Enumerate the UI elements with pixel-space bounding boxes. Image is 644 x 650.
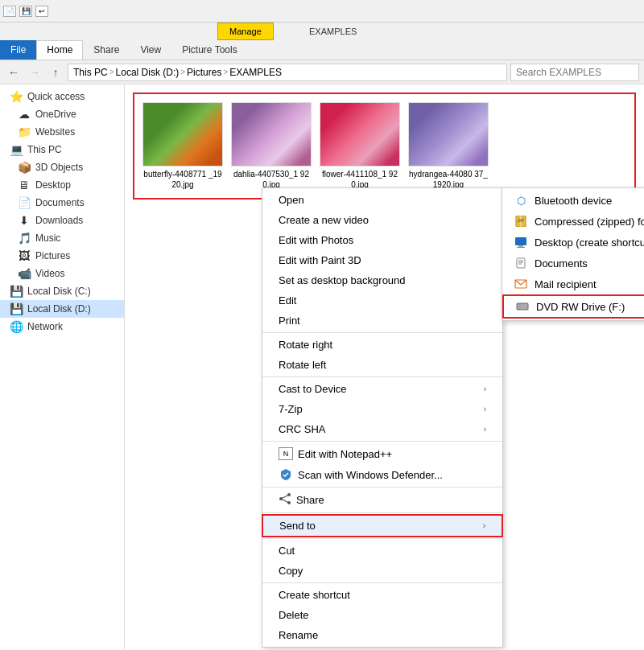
music-icon: 🎵 (18, 232, 31, 245)
sidebar-item-3d-objects[interactable]: 📦 3D Objects (0, 158, 124, 176)
ctx-copy[interactable]: Copy (262, 561, 502, 581)
sidebar-label-websites: Websites (35, 126, 75, 138)
search-input[interactable] (510, 64, 639, 81)
ctx-edit-paint3d[interactable]: Edit with Paint 3D (262, 250, 502, 270)
tab-home[interactable]: Home (36, 40, 83, 60)
sidebar-item-this-pc[interactable]: 💻 This PC (0, 141, 124, 158)
quick-access-icon: ⭐ (10, 90, 23, 103)
svg-rect-11 (517, 258, 525, 268)
ctx-create-video[interactable]: Create a new video (262, 210, 502, 230)
ctx-rename[interactable]: Rename (262, 625, 502, 645)
this-pc-icon: 💻 (10, 143, 23, 156)
sidebar-label-desktop: Desktop (35, 179, 71, 191)
breadcrumb-pictures: Pictures (187, 67, 221, 78)
sidebar-item-music[interactable]: 🎵 Music (0, 229, 124, 247)
ctx-arrow-sendto: › (483, 521, 485, 530)
ctx-send-to[interactable]: Send to› (262, 515, 502, 537)
undo-icon: ↩ (35, 6, 48, 17)
sub-documents[interactable]: Documents (502, 253, 644, 274)
sidebar-label-videos: Videos (35, 268, 64, 279)
sidebar-label-local-disk-c: Local Disk (C:) (27, 286, 91, 297)
sep2: > (180, 68, 185, 76)
sep3: > (223, 68, 228, 76)
manage-tools-label: Manage (217, 23, 274, 40)
sub-desktop[interactable]: Desktop (create shortcut) (502, 232, 644, 253)
mail-icon (514, 278, 528, 290)
sidebar-item-documents[interactable]: 📄 Documents (0, 194, 124, 212)
ctx-crc-sha[interactable]: CRC SHA› (262, 419, 502, 439)
file-flower[interactable]: flower-4411108_1 920.jpg (320, 102, 400, 190)
ctx-share[interactable]: Share (262, 489, 502, 511)
sidebar-item-quick-access[interactable]: ⭐ Quick access (0, 88, 124, 105)
file-dahlia[interactable]: dahlia-4407530_1 920.jpg (231, 102, 312, 190)
sidebar-label-local-disk-d: Local Disk (D:) (27, 303, 91, 315)
thumbnails-area: butterfly-4408771 _1920.jpg dahlia-44075… (133, 93, 636, 200)
file-hydrangea[interactable]: hydrangea-44080 37_1920.jpg (408, 102, 489, 190)
ctx-scan-defender[interactable]: Scan with Windows Defender... (262, 464, 502, 485)
sidebar-item-websites[interactable]: 📁 Websites (0, 123, 124, 141)
up-button[interactable]: ↑ (47, 64, 64, 81)
ctx-sep-6 (262, 538, 502, 539)
ctx-sep-7 (262, 582, 502, 583)
videos-icon: 📹 (18, 267, 31, 280)
sidebar-item-videos[interactable]: 📹 Videos (0, 265, 124, 282)
sidebar-label-this-pc: This PC (27, 144, 62, 155)
documents-icon: 📄 (18, 196, 31, 209)
forward-button[interactable]: → (26, 64, 43, 81)
tab-picture-tools[interactable]: Picture Tools (171, 40, 247, 60)
local-disk-d-icon: 💾 (10, 302, 23, 315)
sub-bluetooth[interactable]: ⬡ Bluetooth device (502, 190, 644, 211)
tab-view[interactable]: View (130, 40, 171, 60)
ctx-rotate-left[interactable]: Rotate left (262, 355, 502, 375)
tab-file[interactable]: File (0, 40, 36, 60)
sub-zip[interactable]: ZIP Compressed (zipped) folder (502, 211, 644, 232)
content-area: butterfly-4408771 _1920.jpg dahlia-44075… (125, 84, 644, 650)
ctx-rotate-right[interactable]: Rotate right (262, 335, 502, 355)
examples-title-label: EXAMPLES (298, 23, 368, 40)
back-button[interactable]: ← (5, 64, 23, 81)
ctx-cast-device[interactable]: Cast to Device› (262, 379, 502, 399)
sub-dvd[interactable]: DVD RW Drive (F:) (502, 294, 644, 319)
zip-icon: ZIP (514, 215, 528, 228)
sidebar-item-local-disk-c[interactable]: 💾 Local Disk (C:) (0, 282, 124, 300)
sidebar-item-downloads[interactable]: ⬇ Downloads (0, 212, 124, 229)
ctx-7zip[interactable]: 7-Zip› (262, 399, 502, 419)
ctx-edit-photos[interactable]: Edit with Photos (262, 230, 502, 250)
sidebar-item-desktop[interactable]: 🖥 Desktop (0, 176, 124, 194)
sidebar-item-network[interactable]: 🌐 Network (0, 318, 124, 335)
sidebar-label-music: Music (35, 232, 60, 244)
ctx-print[interactable]: Print (262, 311, 502, 331)
ctx-sep-1 (262, 332, 502, 333)
file-butterfly[interactable]: butterfly-4408771 _1920.jpg (142, 102, 223, 190)
save-icon: 💾 (19, 6, 32, 17)
notepad-icon: N (279, 447, 293, 460)
main-layout: ⭐ Quick access ☁ OneDrive 📁 Websites 💻 T… (0, 84, 644, 650)
ribbon-tabs: File Home Share View Picture Tools (0, 40, 644, 60)
ctx-edit-notepad[interactable]: N Edit with Notepad++ (262, 443, 502, 464)
sidebar: ⭐ Quick access ☁ OneDrive 📁 Websites 💻 T… (0, 84, 125, 650)
breadcrumb-examples: EXAMPLES (229, 67, 282, 78)
ctx-create-shortcut[interactable]: Create shortcut (262, 585, 502, 605)
breadcrumb-thispc: This PC (73, 67, 108, 78)
address-path[interactable]: This PC > Local Disk (D:) > Pictures > E… (68, 64, 507, 81)
ctx-cut[interactable]: Cut (262, 541, 502, 561)
sidebar-item-onedrive[interactable]: ☁ OneDrive (0, 105, 124, 123)
svg-line-4 (281, 499, 289, 503)
thumbnail-dahlia (231, 102, 312, 167)
sidebar-item-local-disk-d[interactable]: 💾 Local Disk (D:) (0, 300, 124, 318)
submenu-send-to: ⬡ Bluetooth device ZIP Compressed (zippe… (502, 187, 644, 321)
sub-mail[interactable]: Mail recipient (502, 274, 644, 294)
tab-share[interactable]: Share (83, 40, 130, 60)
ctx-delete[interactable]: Delete (262, 605, 502, 625)
sidebar-item-pictures[interactable]: 🖼 Pictures (0, 247, 124, 265)
ctx-open[interactable]: Open (262, 190, 502, 210)
dvd-icon (515, 300, 530, 313)
ctx-sep-5 (262, 512, 502, 513)
ctx-edit[interactable]: Edit (262, 290, 502, 311)
svg-rect-9 (518, 245, 523, 247)
context-menu: Open Create a new video Edit with Photos… (262, 187, 503, 648)
page-icon: 📄 (3, 6, 16, 17)
ctx-set-desktop-bg[interactable]: Set as desktop background (262, 270, 502, 290)
sidebar-label-downloads: Downloads (35, 215, 83, 226)
sidebar-label-documents: Documents (35, 197, 85, 208)
